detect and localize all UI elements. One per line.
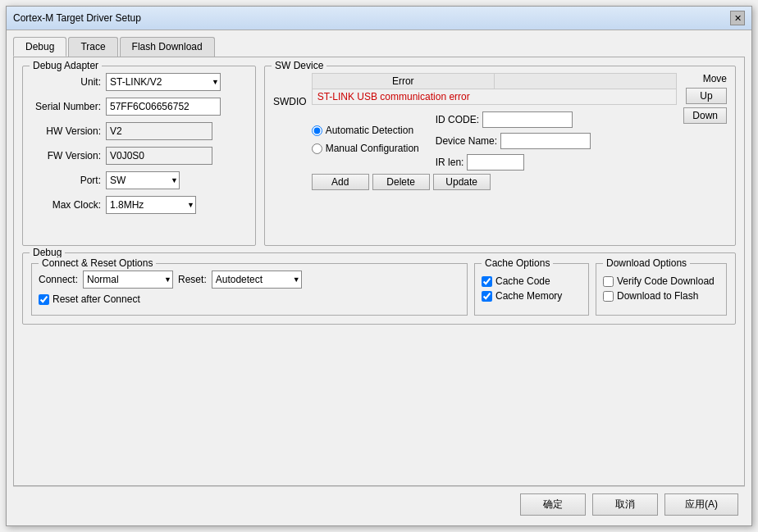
manual-config-row: Manual Configuration xyxy=(312,143,419,154)
sw-device-label: SW Device xyxy=(272,60,326,71)
cache-options-label: Cache Options xyxy=(482,257,553,269)
port-row: Port: SW JTAG ▼ xyxy=(31,171,247,189)
download-flash-row: Download to Flash xyxy=(603,290,719,302)
detection-left: Automatic Detection Manual Configuration xyxy=(312,125,419,157)
auto-detect-radio[interactable] xyxy=(312,125,322,136)
fw-label: FW Version: xyxy=(31,150,101,161)
sw-table: Error ST-LINK USB communication error xyxy=(312,73,677,105)
move-label: Move xyxy=(703,73,727,84)
table-error-cell: ST-LINK USB communication error xyxy=(312,89,676,105)
add-button[interactable]: Add xyxy=(312,174,369,190)
serial-input[interactable] xyxy=(106,98,221,116)
device-name-input[interactable] xyxy=(500,133,591,149)
connect-select-wrapper: Normal Connect & Reset Reset ▼ xyxy=(83,271,173,289)
debug-adapter-label: Debug Adapter xyxy=(30,60,102,71)
download-options-box: Download Options Verify Code Download Do… xyxy=(596,263,727,316)
hw-input xyxy=(106,122,212,140)
connect-select[interactable]: Normal Connect & Reset Reset xyxy=(83,271,173,289)
ir-len-row: IR len: xyxy=(436,154,677,171)
title-bar: Cortex-M Target Driver Setup ✕ xyxy=(7,7,751,30)
port-select[interactable]: SW JTAG xyxy=(106,171,180,189)
ir-len-input[interactable] xyxy=(467,154,524,171)
debug-adapter-group: Debug Adapter Unit: ST-LINK/V2 ▼ Serial … xyxy=(22,66,256,246)
reset-select[interactable]: Autodetect SYSRESETREQ VECTRESET xyxy=(212,271,302,289)
clock-select-wrapper: 1.8MHz 3.6MHz 7.2MHz ▼ xyxy=(106,196,196,214)
id-code-row: ID CODE: xyxy=(436,111,677,128)
cache-memory-label: Cache Memory xyxy=(495,290,562,302)
id-code-input[interactable] xyxy=(482,111,573,128)
detection-section: Automatic Detection Manual Configuration xyxy=(312,111,677,171)
auto-detect-row: Automatic Detection xyxy=(312,125,419,136)
unit-label: Unit: xyxy=(31,76,101,88)
hw-label: HW Version: xyxy=(31,125,101,137)
cancel-button[interactable]: 取消 xyxy=(592,493,658,516)
serial-label: Serial Number: xyxy=(31,101,101,112)
connect-label: Connect: xyxy=(39,274,78,285)
download-flash-checkbox[interactable] xyxy=(603,291,614,302)
clock-label: Max Clock: xyxy=(31,199,101,211)
verify-code-row: Verify Code Download xyxy=(603,275,719,287)
reset-after-connect-label: Reset after Connect xyxy=(53,293,140,305)
port-label: Port: xyxy=(31,175,101,186)
table-header-2 xyxy=(494,74,676,89)
main-panel: Debug Adapter Unit: ST-LINK/V2 ▼ Serial … xyxy=(13,57,745,486)
window-title: Cortex-M Target Driver Setup xyxy=(13,12,141,24)
cache-memory-row: Cache Memory xyxy=(482,290,582,302)
auto-detect-label: Automatic Detection xyxy=(326,125,413,136)
device-name-row: Device Name: xyxy=(436,133,677,149)
reset-label: Reset: xyxy=(178,274,207,285)
unit-select[interactable]: ST-LINK/V2 xyxy=(106,73,221,91)
sw-device-inner: SWDIO Error xyxy=(273,73,727,190)
device-name-label: Device Name: xyxy=(436,135,497,147)
down-button[interactable]: Down xyxy=(683,107,727,124)
swdio-label: SWDIO xyxy=(273,73,307,190)
download-options-label: Download Options xyxy=(603,257,690,269)
download-flash-label: Download to Flash xyxy=(617,290,698,302)
connect-reset-box: Connect & Reset Options Connect: Normal … xyxy=(31,263,468,316)
window-content: Debug Trace Flash Download Debug Adapter… xyxy=(7,30,751,525)
unit-select-wrapper: ST-LINK/V2 ▼ xyxy=(106,73,221,91)
debug-group-label: Debug xyxy=(30,247,65,258)
serial-row: Serial Number: xyxy=(31,98,247,116)
tab-bar: Debug Trace Flash Download xyxy=(13,37,745,57)
cache-code-checkbox[interactable] xyxy=(482,276,492,287)
debug-inner: Connect & Reset Options Connect: Normal … xyxy=(31,263,727,316)
clock-row: Max Clock: 1.8MHz 3.6MHz 7.2MHz ▼ xyxy=(31,196,247,214)
ok-button[interactable]: 确定 xyxy=(520,493,586,516)
cache-options-box: Cache Options Cache Code Cache Memory xyxy=(474,263,589,316)
update-button[interactable]: Update xyxy=(433,174,491,190)
table-header-error: Error xyxy=(312,74,494,89)
main-window: Cortex-M Target Driver Setup ✕ Debug Tra… xyxy=(6,6,752,526)
fw-row: FW Version: xyxy=(31,147,247,165)
footer: 确定 取消 应用(A) xyxy=(13,486,745,519)
sw-device-group: SW Device SWDIO Error xyxy=(264,66,736,246)
cache-code-label: Cache Code xyxy=(495,275,550,287)
action-row: Add Delete Update xyxy=(312,174,677,190)
port-select-wrapper: SW JTAG ▼ xyxy=(106,171,180,189)
clock-select[interactable]: 1.8MHz 3.6MHz 7.2MHz xyxy=(106,196,196,214)
cache-memory-checkbox[interactable] xyxy=(482,291,492,302)
cache-code-row: Cache Code xyxy=(482,275,582,287)
tab-flash-download[interactable]: Flash Download xyxy=(120,37,215,57)
reset-after-connect-checkbox[interactable] xyxy=(39,294,49,305)
up-button[interactable]: Up xyxy=(686,88,727,104)
ir-len-label: IR len: xyxy=(436,157,464,168)
close-button[interactable]: ✕ xyxy=(730,11,745,25)
unit-row: Unit: ST-LINK/V2 ▼ xyxy=(31,73,247,91)
table-row: ST-LINK USB communication error xyxy=(312,89,676,105)
tab-debug[interactable]: Debug xyxy=(13,37,66,57)
sw-table-wrapper: Error ST-LINK USB communication error xyxy=(312,73,677,190)
top-section: Debug Adapter Unit: ST-LINK/V2 ▼ Serial … xyxy=(22,66,736,246)
id-code-label: ID CODE: xyxy=(436,114,479,125)
tab-trace[interactable]: Trace xyxy=(68,37,117,57)
hw-row: HW Version: xyxy=(31,122,247,140)
delete-button[interactable]: Delete xyxy=(372,174,430,190)
sw-right: Move Up Down xyxy=(682,73,727,190)
verify-code-checkbox[interactable] xyxy=(603,276,614,287)
debug-section: Debug Connect & Reset Options Connect: N… xyxy=(22,252,736,325)
reset-select-wrapper: Autodetect SYSRESETREQ VECTRESET ▼ xyxy=(212,271,302,289)
connect-row: Connect: Normal Connect & Reset Reset ▼ … xyxy=(39,271,460,289)
apply-button[interactable]: 应用(A) xyxy=(664,493,738,516)
fw-input xyxy=(106,147,212,165)
manual-config-radio[interactable] xyxy=(312,143,322,154)
